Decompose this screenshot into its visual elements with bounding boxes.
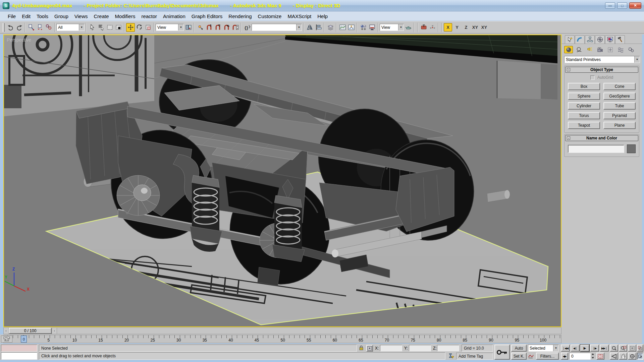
- object-type-rollout-header[interactable]: – Object Type: [565, 67, 638, 73]
- menu-item[interactable]: Rendering: [225, 12, 255, 20]
- x-coord-input[interactable]: [380, 345, 402, 351]
- select-by-name-icon[interactable]: [97, 23, 105, 32]
- tab-utilities[interactable]: [615, 35, 625, 44]
- array-tool-icon[interactable]: [428, 23, 437, 32]
- tab-hierarchy[interactable]: [585, 35, 595, 44]
- align-icon[interactable]: [314, 23, 323, 32]
- dropdown-arrow-icon[interactable]: ▼: [398, 24, 404, 31]
- primitive-button[interactable]: Torus: [568, 112, 600, 119]
- previous-frame-button[interactable]: ◀❘: [571, 345, 580, 352]
- autogrid-checkbox[interactable]: [590, 75, 595, 80]
- toolbar-drag-handle[interactable]: [3, 23, 5, 32]
- dropdown-arrow-icon[interactable]: ▼: [553, 345, 558, 351]
- layer-manager-icon[interactable]: [326, 23, 335, 32]
- tab-motion[interactable]: [595, 35, 605, 44]
- menu-item[interactable]: reactor: [138, 12, 160, 20]
- menu-item[interactable]: Animation: [160, 12, 189, 20]
- zoom-extents-button[interactable]: [628, 345, 636, 352]
- render-preset-dropdown[interactable]: View ▼: [380, 24, 404, 31]
- curve-editor-icon[interactable]: [338, 23, 347, 32]
- restrict-xy-plane-button[interactable]: XY: [471, 23, 479, 32]
- category-cameras-icon[interactable]: [595, 46, 604, 53]
- category-spacewarps-icon[interactable]: [616, 46, 625, 53]
- z-coord-input[interactable]: [437, 345, 459, 351]
- select-and-move-icon[interactable]: [126, 23, 135, 32]
- select-and-link-icon[interactable]: [27, 23, 36, 32]
- perspective-viewport[interactable]: Z X Y Perspective: [3, 35, 561, 327]
- restrict-x-button[interactable]: X: [444, 23, 452, 32]
- primitive-button[interactable]: Tube: [603, 102, 636, 110]
- zoom-button[interactable]: [610, 345, 618, 352]
- current-frame-input[interactable]: 0: [569, 353, 591, 360]
- menu-item[interactable]: Create: [91, 12, 112, 20]
- primitive-button[interactable]: Pyramid: [603, 112, 636, 119]
- time-slider-next-arrow[interactable]: ›: [52, 328, 57, 334]
- time-slider-button[interactable]: 0 / 100: [9, 328, 52, 334]
- maximize-button[interactable]: □: [617, 2, 627, 9]
- named-selection-sets-dropdown[interactable]: ▼: [252, 24, 302, 31]
- object-name-input[interactable]: [568, 145, 624, 153]
- pan-view-button[interactable]: [619, 353, 627, 360]
- field-of-view-button[interactable]: [610, 353, 618, 360]
- selection-lock-toggle-icon[interactable]: [358, 345, 365, 352]
- object-color-swatch[interactable]: [627, 144, 636, 153]
- menu-item[interactable]: Graph Editors: [189, 12, 226, 20]
- angle-snap-toggle-icon[interactable]: [213, 23, 222, 32]
- set-key-button[interactable]: Set K.: [511, 353, 527, 360]
- menu-item[interactable]: File: [5, 12, 19, 20]
- tab-display[interactable]: [605, 35, 615, 44]
- menu-item[interactable]: Help: [314, 12, 331, 20]
- menu-item[interactable]: Modifiers: [112, 12, 139, 20]
- rectangular-selection-region-icon[interactable]: [105, 23, 114, 32]
- next-frame-button[interactable]: ❘▶: [590, 345, 599, 352]
- close-button[interactable]: ✕: [629, 2, 641, 9]
- restrict-plane-flyout-button[interactable]: XY: [480, 23, 488, 32]
- category-geometry-icon[interactable]: [564, 46, 573, 53]
- add-time-tag-field[interactable]: Add Time Tag: [456, 353, 493, 360]
- zoom-extents-all-button[interactable]: [637, 345, 643, 352]
- mirror-icon[interactable]: [305, 23, 314, 32]
- primitive-button[interactable]: Plane: [603, 122, 636, 129]
- maximize-viewport-toggle-button[interactable]: [637, 353, 643, 360]
- minimize-button[interactable]: —: [605, 2, 615, 9]
- tab-create[interactable]: [565, 35, 575, 44]
- absolute-offset-mode-icon[interactable]: [366, 345, 373, 352]
- dropdown-arrow-icon[interactable]: ▼: [634, 56, 640, 63]
- go-to-start-button[interactable]: ❘◀◀: [561, 345, 570, 352]
- selection-filter-dropdown[interactable]: All ▼: [56, 24, 85, 31]
- reference-coordinate-system-dropdown[interactable]: View ▼: [156, 24, 184, 31]
- select-and-rotate-icon[interactable]: [135, 23, 144, 32]
- edit-named-selection-sets-icon[interactable]: {}: [243, 23, 252, 32]
- primitive-button[interactable]: Cylinder: [568, 102, 600, 110]
- menu-item[interactable]: Group: [51, 12, 71, 20]
- time-slider-prev-arrow[interactable]: ‹: [4, 328, 9, 334]
- primitive-button[interactable]: GeoSphere: [603, 93, 636, 100]
- track-bar-frame-handle[interactable]: 0: [21, 336, 27, 343]
- spinner-snap-toggle-icon[interactable]: [231, 23, 239, 32]
- maxscript-listener-pink[interactable]: [1, 345, 37, 352]
- title-bar[interactable]: S 4yd-Umbauwagen04.max - Project Folder:…: [0, 0, 644, 11]
- select-and-scale-icon[interactable]: [144, 23, 152, 32]
- frame-spinner[interactable]: [591, 353, 595, 360]
- category-helpers-icon[interactable]: [606, 46, 614, 53]
- menu-item[interactable]: Edit: [19, 12, 34, 20]
- redo-icon[interactable]: [15, 23, 23, 32]
- maxscript-listener-white[interactable]: [1, 352, 37, 360]
- time-slider-track[interactable]: [57, 328, 561, 334]
- unlink-selection-icon[interactable]: [36, 23, 44, 32]
- select-object-icon[interactable]: [88, 23, 97, 32]
- material-editor-icon[interactable]: [359, 23, 368, 32]
- select-and-manipulate-icon[interactable]: [196, 23, 205, 32]
- primitive-category-dropdown[interactable]: Standard Primitives ▼: [564, 56, 640, 63]
- auto-key-button[interactable]: Auto: [511, 345, 527, 352]
- viewport-label[interactable]: Perspective: [7, 37, 31, 43]
- time-configuration-button[interactable]: [596, 353, 604, 360]
- tab-modify[interactable]: [575, 35, 585, 44]
- plugin-toolbar-icon[interactable]: [419, 23, 428, 32]
- open-mini-curve-editor-button[interactable]: [1, 336, 12, 343]
- name-color-rollout-header[interactable]: – Name and Color: [565, 135, 638, 141]
- default-tangent-icon[interactable]: [528, 353, 535, 360]
- track-bar[interactable]: 5101520253035404550556065707580859095100…: [3, 335, 561, 343]
- percent-snap-toggle-icon[interactable]: %: [222, 23, 231, 32]
- key-filter-dropdown[interactable]: Selected ▼: [528, 345, 559, 352]
